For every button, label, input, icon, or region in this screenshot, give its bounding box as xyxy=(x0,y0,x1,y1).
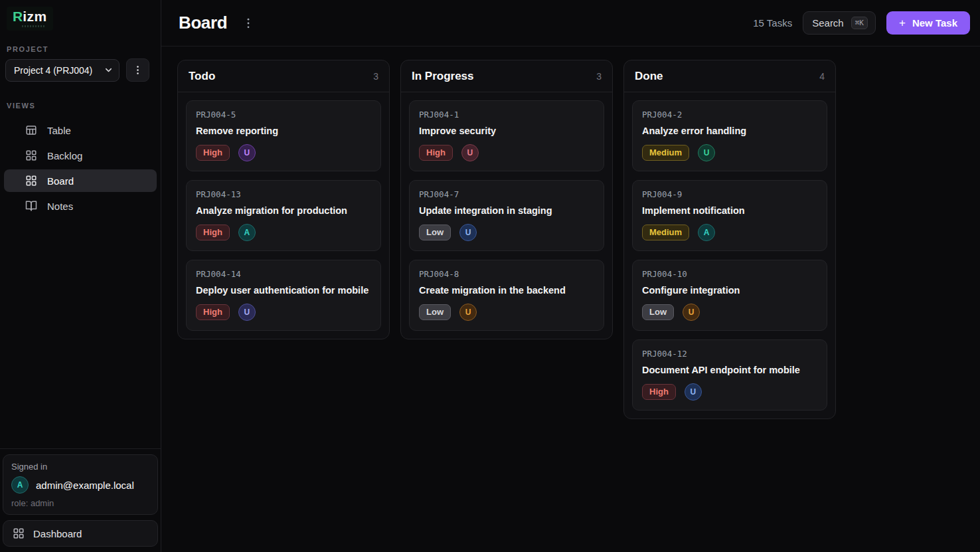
signed-in-panel: Signed in A admin@example.local role: ad… xyxy=(3,454,158,515)
new-task-button[interactable]: + New Task xyxy=(886,11,970,35)
task-title: Analyze migration for production xyxy=(196,205,371,216)
app-logo: Rizm xyxy=(7,7,53,31)
assignee-avatar: U xyxy=(459,224,477,241)
task-count: 15 Tasks xyxy=(753,17,792,29)
board-menu-button[interactable] xyxy=(242,17,255,30)
sidebar-item-label: Notes xyxy=(47,201,73,212)
task-id: PRJ004-2 xyxy=(642,110,817,120)
priority-badge: High xyxy=(419,145,453,161)
sidebar-item-notes[interactable]: Notes xyxy=(4,195,157,217)
task-card[interactable]: PRJ004-1 Improve security High U xyxy=(409,100,604,171)
priority-badge: Low xyxy=(419,225,451,240)
task-id: PRJ004-13 xyxy=(196,189,371,199)
priority-badge: High xyxy=(642,384,676,400)
sidebar-divider xyxy=(0,448,161,449)
assignee-avatar: A xyxy=(698,224,715,241)
assignee-avatar: U xyxy=(683,304,700,321)
priority-badge: Low xyxy=(419,304,451,320)
user-role: role: admin xyxy=(11,498,149,508)
dashboard-label: Dashboard xyxy=(33,528,82,539)
task-id: PRJ004-5 xyxy=(196,110,371,120)
task-id: PRJ004-14 xyxy=(196,269,371,279)
logo-subtext xyxy=(22,25,46,27)
column-count: 4 xyxy=(819,71,825,82)
grid-icon xyxy=(13,527,25,539)
priority-badge: High xyxy=(196,145,230,161)
column-in-progress: In Progress 3 PRJ004-1 Improve security … xyxy=(400,60,613,339)
views-section-label: VIEWS xyxy=(7,102,157,110)
signed-in-label: Signed in xyxy=(11,462,149,472)
table-icon xyxy=(25,124,37,136)
logo-letter-r: R xyxy=(13,9,23,25)
project-menu-button[interactable] xyxy=(126,58,149,82)
sidebar-item-backlog[interactable]: Backlog xyxy=(4,144,157,167)
kebab-icon xyxy=(242,17,255,30)
sidebar-item-table[interactable]: Table xyxy=(4,119,157,141)
column-count: 3 xyxy=(596,71,602,82)
task-title: Deploy user authentication for mobile xyxy=(196,285,371,296)
column-done: Done 4 PRJ004-2 Analyze error handling M… xyxy=(623,60,836,419)
priority-badge: Medium xyxy=(642,145,689,161)
column-todo: Todo 3 PRJ004-5 Remove reporting High U … xyxy=(177,60,390,339)
logo-text: izm xyxy=(23,9,47,25)
task-id: PRJ004-12 xyxy=(642,349,817,359)
task-card[interactable]: PRJ004-7 Update integration in staging L… xyxy=(409,180,604,251)
task-card[interactable]: PRJ004-12 Document API endpoint for mobi… xyxy=(632,339,827,411)
assignee-avatar: U xyxy=(238,144,256,161)
sidebar: Rizm PROJECT Project 4 (PRJ004) VIEWS Ta… xyxy=(0,0,161,552)
kebab-icon xyxy=(132,64,143,76)
page-header: Board 15 Tasks Search ⌘K + New Task xyxy=(161,0,980,46)
project-select[interactable]: Project 4 (PRJ004) xyxy=(5,59,120,82)
column-count: 3 xyxy=(373,71,378,82)
task-card[interactable]: PRJ004-8 Create migration in the backend… xyxy=(409,260,604,331)
book-open-icon xyxy=(25,200,37,212)
assignee-avatar: U xyxy=(461,144,479,161)
assignee-avatar: A xyxy=(238,224,256,241)
task-card[interactable]: PRJ004-13 Analyze migration for producti… xyxy=(186,180,381,251)
sidebar-item-label: Backlog xyxy=(47,150,82,161)
task-card[interactable]: PRJ004-10 Configure integration Low U xyxy=(632,260,827,331)
user-avatar: A xyxy=(11,476,29,494)
task-title: Improve security xyxy=(419,126,594,136)
sidebar-item-label: Board xyxy=(47,175,74,187)
task-id: PRJ004-10 xyxy=(642,269,817,279)
task-id: PRJ004-9 xyxy=(642,189,817,199)
task-id: PRJ004-8 xyxy=(419,269,594,279)
task-title: Configure integration xyxy=(642,285,817,296)
project-section-label: PROJECT xyxy=(7,45,157,53)
task-card[interactable]: PRJ004-2 Analyze error handling Medium U xyxy=(632,100,827,171)
new-task-label: New Task xyxy=(912,17,957,29)
task-title: Document API endpoint for mobile xyxy=(642,365,817,375)
priority-badge: High xyxy=(196,304,230,320)
views-nav: Table Backlog Board Notes xyxy=(4,119,157,217)
assignee-avatar: U xyxy=(698,144,715,161)
priority-badge: Medium xyxy=(642,225,689,240)
column-title: In Progress xyxy=(412,70,474,83)
task-id: PRJ004-1 xyxy=(419,110,594,120)
task-title: Update integration in staging xyxy=(419,205,594,216)
task-card[interactable]: PRJ004-14 Deploy user authentication for… xyxy=(186,260,381,331)
column-title: Done xyxy=(635,70,663,83)
task-card[interactable]: PRJ004-5 Remove reporting High U xyxy=(186,100,381,171)
plus-icon: + xyxy=(899,17,906,29)
page-title: Board xyxy=(179,13,227,33)
task-title: Analyze error handling xyxy=(642,126,817,136)
grid-icon xyxy=(25,149,37,161)
search-button[interactable]: Search ⌘K xyxy=(803,11,876,35)
search-label: Search xyxy=(812,17,844,29)
search-shortcut-kbd: ⌘K xyxy=(851,17,868,29)
task-title: Implement notification xyxy=(642,205,817,216)
column-title: Todo xyxy=(189,70,215,83)
grid-icon xyxy=(25,175,37,187)
sidebar-item-board[interactable]: Board xyxy=(4,169,157,192)
task-card[interactable]: PRJ004-9 Implement notification Medium A xyxy=(632,180,827,251)
task-id: PRJ004-7 xyxy=(419,189,594,199)
task-title: Create migration in the backend xyxy=(419,285,594,296)
assignee-avatar: U xyxy=(685,383,702,401)
dashboard-button[interactable]: Dashboard xyxy=(3,520,158,547)
main-area: Board 15 Tasks Search ⌘K + New Task Todo… xyxy=(161,0,980,552)
task-title: Remove reporting xyxy=(196,126,371,136)
priority-badge: High xyxy=(196,225,230,240)
assignee-avatar: U xyxy=(238,304,256,321)
kanban-board: Todo 3 PRJ004-5 Remove reporting High U … xyxy=(161,46,980,432)
